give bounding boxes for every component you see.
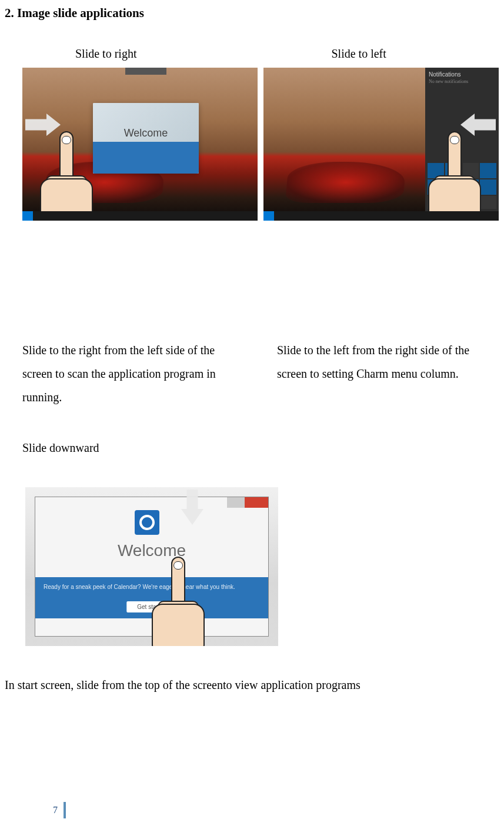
tab-indicator	[125, 68, 166, 75]
minimize-button-icon	[227, 497, 245, 508]
hand-gesture-icon	[422, 131, 487, 221]
footer-divider	[64, 802, 66, 818]
welcome-popup: Welcome	[93, 103, 199, 174]
welcome-popup-body	[93, 142, 199, 174]
outlook-logo-icon	[135, 510, 159, 535]
screenshot-slide-left: Notifications No new notifications	[263, 68, 499, 221]
screenshot-slide-down: Welcome Ready for a sneak peek of Calend…	[25, 487, 278, 646]
close-button-icon	[245, 497, 268, 508]
caption-slide-left: Slide to left	[243, 47, 500, 61]
notification-subtext: No new notifications	[425, 79, 499, 84]
start-button-icon	[263, 211, 274, 221]
notification-title: Notifications	[425, 68, 499, 79]
description-slide-down: In start screen, slide from the top of t…	[5, 675, 499, 694]
page-number: 7	[53, 805, 58, 815]
taskbar	[263, 211, 499, 221]
taskbar	[22, 211, 258, 221]
description-slide-left: Slide to the left from the right side of…	[245, 338, 499, 409]
caption-slide-right: Slide to right	[5, 47, 243, 61]
hand-gesture-icon	[34, 131, 99, 221]
section-heading: 2. Image slide applications	[5, 6, 499, 21]
start-button-icon	[22, 211, 33, 221]
screenshot-slide-right: Welcome	[22, 68, 258, 221]
caption-slide-down: Slide downward	[5, 441, 499, 455]
hand-gesture-icon	[146, 557, 211, 646]
page-footer: 7	[53, 802, 66, 818]
description-slide-right: Slide to the right from the left side of…	[22, 338, 245, 409]
wallpaper-car	[285, 162, 406, 203]
welcome-popup-title: Welcome	[93, 103, 199, 142]
